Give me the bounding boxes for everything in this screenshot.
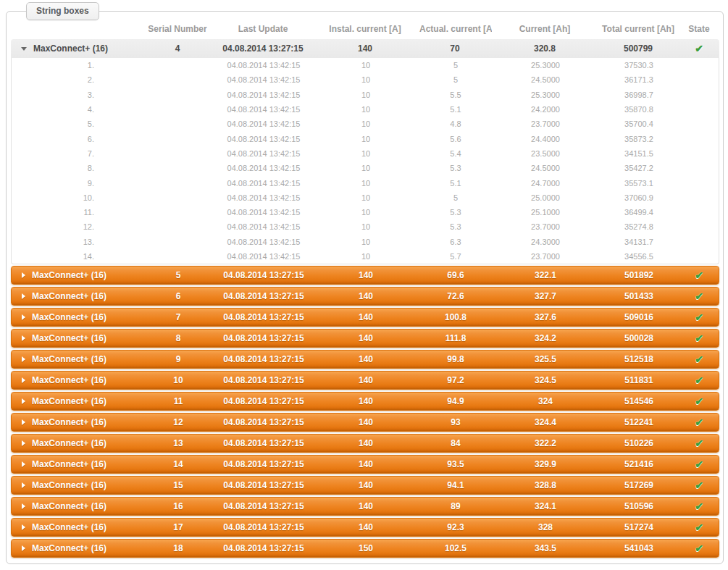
group-name-cell: MaxConnect+ (16) <box>12 375 142 385</box>
group-row-collapsed[interactable]: MaxConnect+ (16) 6 04.08.2014 13:27:15 1… <box>11 287 719 306</box>
group-update: 04.08.2014 13:27:15 <box>214 270 313 280</box>
group-instal: 140 <box>313 459 419 469</box>
string-instal: 10 <box>313 149 419 158</box>
string-current: 25.1000 <box>493 208 598 217</box>
string-instal: 10 <box>313 120 419 128</box>
col-header-state: State <box>679 24 719 34</box>
group-name-label: MaxConnect+ (16) <box>32 543 106 553</box>
group-row-collapsed[interactable]: MaxConnect+ (16) 10 04.08.2014 13:27:15 … <box>11 371 719 390</box>
group-update: 04.08.2014 13:27:15 <box>214 333 313 343</box>
group-current: 325.5 <box>493 354 598 364</box>
group-actual: 111.8 <box>419 333 493 343</box>
group-serial: 12 <box>142 417 214 427</box>
group-name-label: MaxConnect+ (16) <box>32 396 106 406</box>
group-row-collapsed[interactable]: MaxConnect+ (16) 12 04.08.2014 13:27:15 … <box>11 413 719 432</box>
ok-check-icon: ✔ <box>695 416 703 428</box>
group-actual: 93 <box>419 417 493 427</box>
group-row-expanded[interactable]: MaxConnect+ (16) 4 04.08.2014 13:27:15 1… <box>11 39 719 58</box>
group-serial: 7 <box>142 312 214 322</box>
ok-check-icon: ✔ <box>695 458 703 470</box>
triangle-right-icon[interactable] <box>22 461 25 467</box>
group-state-cell: ✔ <box>679 290 719 302</box>
group-state-cell: ✔ <box>679 374 719 386</box>
triangle-right-icon[interactable] <box>22 524 25 530</box>
string-index: 4. <box>12 105 142 114</box>
string-row: 7. 04.08.2014 13:42:15 10 5.4 23.5000 34… <box>12 146 719 161</box>
group-current: 324.4 <box>493 417 598 427</box>
group-row-collapsed[interactable]: MaxConnect+ (16) 5 04.08.2014 13:27:15 1… <box>11 266 719 285</box>
group-instal: 140 <box>312 43 418 54</box>
string-index: 14. <box>12 252 142 261</box>
group-name-cell: MaxConnect+ (16) <box>12 333 142 343</box>
group-state-cell: ✔ <box>679 332 719 344</box>
group-row-collapsed[interactable]: MaxConnect+ (16) 17 04.08.2014 13:27:15 … <box>11 518 719 537</box>
group-instal: 140 <box>313 270 419 280</box>
group-serial: 8 <box>142 333 214 343</box>
group-serial: 18 <box>142 543 214 553</box>
group-row-collapsed[interactable]: MaxConnect+ (16) 18 04.08.2014 13:27:15 … <box>11 539 719 558</box>
string-actual: 5 <box>419 75 493 84</box>
ok-check-icon: ✔ <box>695 290 703 302</box>
group-current: 327.6 <box>493 312 598 322</box>
group-serial: 4 <box>141 43 214 54</box>
string-row: 9. 04.08.2014 13:42:15 10 5.1 24.7000 35… <box>12 175 719 190</box>
tab-label: String boxes <box>36 6 89 16</box>
triangle-right-icon[interactable] <box>22 440 25 446</box>
group-serial: 9 <box>142 354 214 364</box>
group-name-label: MaxConnect+ (16) <box>32 333 106 343</box>
triangle-right-icon[interactable] <box>22 377 25 383</box>
string-current: 23.7000 <box>493 222 598 231</box>
group-serial: 17 <box>142 522 214 532</box>
group-row-collapsed[interactable]: MaxConnect+ (16) 7 04.08.2014 13:27:15 1… <box>11 308 719 327</box>
string-update: 04.08.2014 13:42:15 <box>214 61 313 70</box>
group-row-collapsed[interactable]: MaxConnect+ (16) 11 04.08.2014 13:27:15 … <box>11 392 719 411</box>
string-row: 13. 04.08.2014 13:42:15 10 6.3 24.3000 3… <box>12 235 719 249</box>
string-row: 11. 04.08.2014 13:42:15 10 5.3 25.1000 3… <box>12 205 719 219</box>
triangle-right-icon[interactable] <box>22 272 25 278</box>
string-index: 5. <box>12 120 142 128</box>
group-name-label: MaxConnect+ (16) <box>33 43 108 54</box>
string-current: 23.7000 <box>493 120 598 128</box>
triangle-right-icon[interactable] <box>22 293 25 299</box>
string-instal: 10 <box>313 91 419 99</box>
string-row: 8. 04.08.2014 13:42:15 10 5.3 24.5000 35… <box>12 161 719 175</box>
ok-check-icon: ✔ <box>695 353 703 365</box>
group-instal: 150 <box>313 543 419 553</box>
ok-check-icon: ✔ <box>695 395 703 407</box>
group-row-collapsed[interactable]: MaxConnect+ (16) 8 04.08.2014 13:27:15 1… <box>11 329 719 348</box>
group-actual: 84 <box>419 438 493 448</box>
group-serial: 11 <box>142 396 214 406</box>
group-total: 511831 <box>598 375 679 385</box>
triangle-right-icon[interactable] <box>22 419 25 425</box>
group-row-collapsed[interactable]: MaxConnect+ (16) 14 04.08.2014 13:27:15 … <box>11 455 719 474</box>
triangle-right-icon[interactable] <box>22 335 25 341</box>
group-row-collapsed[interactable]: MaxConnect+ (16) 13 04.08.2014 13:27:15 … <box>11 434 719 453</box>
group-update: 04.08.2014 13:27:15 <box>214 396 313 406</box>
ok-check-icon: ✔ <box>695 43 703 54</box>
group-instal: 140 <box>313 501 419 511</box>
string-row: 4. 04.08.2014 13:42:15 10 5.1 24.2000 35… <box>12 102 719 117</box>
group-total: 517274 <box>598 522 679 532</box>
triangle-right-icon[interactable] <box>22 356 25 362</box>
triangle-right-icon[interactable] <box>22 503 25 509</box>
group-row-collapsed[interactable]: MaxConnect+ (16) 15 04.08.2014 13:27:15 … <box>11 476 719 495</box>
col-header-total: Total current [Ah] <box>598 24 679 34</box>
tab-string-boxes[interactable]: String boxes <box>26 2 99 20</box>
triangle-right-icon[interactable] <box>22 482 25 488</box>
string-index: 2. <box>12 75 142 84</box>
string-update: 04.08.2014 13:42:15 <box>214 149 313 158</box>
group-current: 328 <box>493 522 598 532</box>
group-name-cell: MaxConnect+ (16) <box>12 438 142 448</box>
string-row: 10. 04.08.2014 13:42:15 10 5 25.0000 370… <box>12 190 719 205</box>
table-header-row: Serial Number Last Update Instal. curren… <box>11 20 719 38</box>
triangle-right-icon[interactable] <box>22 314 25 320</box>
group-row-collapsed[interactable]: MaxConnect+ (16) 9 04.08.2014 13:27:15 1… <box>11 350 719 369</box>
group-row-collapsed[interactable]: MaxConnect+ (16) 16 04.08.2014 13:27:15 … <box>11 497 719 516</box>
group-state-cell: ✔ <box>679 542 719 554</box>
string-total: 35274.8 <box>598 222 679 231</box>
string-current: 24.7000 <box>493 179 598 188</box>
triangle-right-icon[interactable] <box>22 545 25 551</box>
triangle-right-icon[interactable] <box>22 398 25 404</box>
group-name-cell: MaxConnect+ (16) <box>11 43 141 54</box>
triangle-down-icon[interactable] <box>21 47 27 51</box>
